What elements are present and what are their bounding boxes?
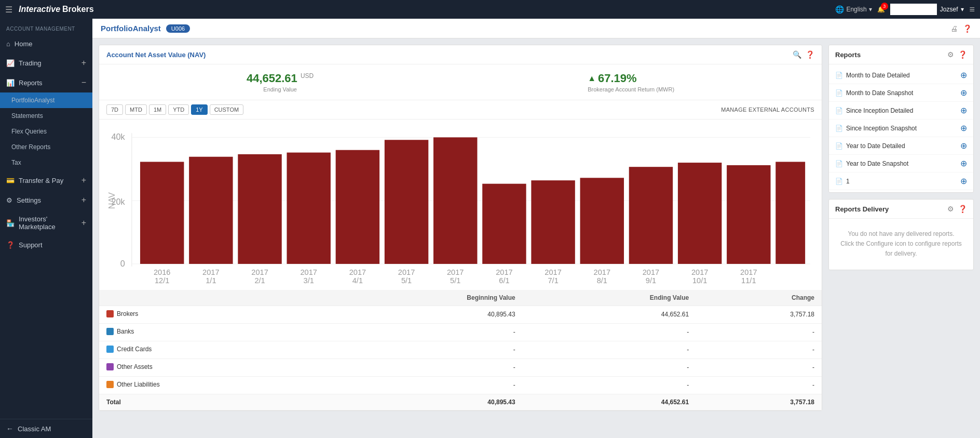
period-ytd[interactable]: YTD <box>168 104 189 115</box>
content-header-left: PortfolioAnalyst U006 <box>101 24 190 33</box>
sidebar-item-trading[interactable]: 📈 Trading + <box>0 53 92 73</box>
delivery-empty-line2: Click the Configure icon to configure re… <box>840 240 961 257</box>
other-assets-row-icon: Other Assets <box>106 363 153 370</box>
account-badge: U006 <box>166 24 190 33</box>
chevron-down-icon: ▾ <box>869 6 872 13</box>
total-label: Total <box>99 394 319 410</box>
sidebar-marketplace-label: Investors' Marketplace <box>19 215 81 231</box>
bar-9 <box>531 180 575 264</box>
return-percent: 67.19% <box>598 72 637 85</box>
svg-text:2017: 2017 <box>545 268 562 276</box>
period-7d[interactable]: 7D <box>106 104 123 115</box>
report-1-label: 1 <box>846 178 850 185</box>
help-icon[interactable]: ❓ <box>963 24 972 33</box>
period-1m[interactable]: 1M <box>149 104 166 115</box>
reports-icon: 📊 <box>6 79 15 87</box>
sidebar-item-tax[interactable]: Tax <box>0 155 92 170</box>
logo-interactive: Interactive <box>19 5 60 14</box>
nav-right: 🌐 English ▾ 🔔 3 Jozsef ▾ ≡ <box>835 4 975 15</box>
report-ytd-detailed-label: Year to Date Detailed <box>846 142 905 150</box>
banks-row-icon: Banks <box>106 328 134 335</box>
other-liab-change: - <box>696 376 822 394</box>
svg-text:5/1: 5/1 <box>401 276 412 285</box>
sidebar-section-label: ACCOUNT MANAGEMENT <box>0 19 92 35</box>
bar-2 <box>189 157 233 264</box>
sidebar-item-home-left: ⌂ Home <box>6 40 33 48</box>
banks-end: - <box>523 323 696 341</box>
logo-brokers: Brokers <box>62 5 93 14</box>
table-row: Credit Cards - - - <box>99 341 822 359</box>
svg-text:11/1: 11/1 <box>741 276 756 285</box>
report-item-ytd-detailed[interactable]: 📄 Year to Date Detailed ⊕ <box>829 137 973 155</box>
print-icon[interactable]: 🖨 <box>950 24 958 33</box>
manage-external-button[interactable]: MANAGE EXTERNAL ACCOUNTS <box>721 107 814 113</box>
search-icon[interactable]: 🔍 <box>793 50 801 59</box>
sidebar-item-transfer-pay[interactable]: 💳 Transfer & Pay + <box>0 170 92 190</box>
logo: InteractiveBrokers <box>19 5 94 14</box>
period-mtd[interactable]: MTD <box>125 104 147 115</box>
report-item-month-snapshot[interactable]: 📄 Month to Date Snapshot ⊕ <box>829 84 973 102</box>
language-selector[interactable]: 🌐 English ▾ <box>835 5 872 14</box>
credit-begin: - <box>319 341 523 359</box>
return-value: ▲ 67.19% <box>588 72 674 85</box>
report-arrow-icon: ⊕ <box>960 176 967 186</box>
data-table: Beginning Value Ending Value Change <box>99 290 822 410</box>
brokers-icon <box>106 310 114 317</box>
reports-help-icon[interactable]: ❓ <box>958 50 967 59</box>
sidebar-item-support[interactable]: ❓ Support <box>0 236 92 254</box>
other-reports-label: Other Reports <box>11 143 50 151</box>
delivery-card-title: Reports Delivery <box>835 205 889 213</box>
sidebar-item-settings[interactable]: ⚙ Settings + <box>0 190 92 210</box>
report-arrow-icon: ⊕ <box>960 158 967 168</box>
bar-6 <box>385 140 428 264</box>
period-custom[interactable]: CUSTOM <box>210 104 243 115</box>
sidebar-trading-left: 📈 Trading <box>6 59 42 67</box>
sidebar-item-other-reports[interactable]: Other Reports <box>0 139 92 155</box>
svg-text:2017: 2017 <box>594 268 611 276</box>
sidebar-item-portfolio-analyst[interactable]: PortfolioAnalyst <box>0 92 92 108</box>
nav-card-icons: 🔍 ❓ <box>793 50 814 59</box>
nav-card-header: Account Net Asset Value (NAV) 🔍 ❓ <box>99 45 822 64</box>
hamburger-icon[interactable]: ☰ <box>5 5 12 15</box>
nav-card-title: Account Net Asset Value (NAV) <box>106 51 206 59</box>
reports-settings-icon[interactable]: ⚙ <box>947 50 954 59</box>
delivery-settings-icon[interactable]: ⚙ <box>947 205 954 213</box>
report-item-1[interactable]: 📄 1 ⊕ <box>829 172 973 190</box>
credit-end: - <box>523 341 696 359</box>
report-item-month-detailed[interactable]: 📄 Month to Date Detailed ⊕ <box>829 67 973 84</box>
other-assets-icon <box>106 363 114 370</box>
classic-am-button[interactable]: ← Classic AM <box>0 419 92 438</box>
credit-change: - <box>696 341 822 359</box>
sidebar-home-label: Home <box>15 40 33 48</box>
report-item-inception-detailed[interactable]: 📄 Since Inception Detailed ⊕ <box>829 102 973 120</box>
menu-icon[interactable]: ≡ <box>969 4 975 15</box>
other-liab-row-icon: Other Liabilities <box>106 381 160 388</box>
page-title: PortfolioAnalyst <box>101 24 161 33</box>
account-input[interactable] <box>890 4 937 15</box>
svg-text:2017: 2017 <box>643 268 660 276</box>
reports-header-icons: ⚙ ❓ <box>947 50 967 59</box>
card-help-icon[interactable]: ❓ <box>806 50 814 59</box>
sidebar-item-flex-queries[interactable]: Flex Queries <box>0 124 92 139</box>
period-1y[interactable]: 1Y <box>191 104 207 115</box>
reports-list: 📄 Month to Date Detailed ⊕ 📄 Month to Da… <box>829 64 973 192</box>
notification-bell[interactable]: 🔔 3 <box>877 6 885 13</box>
svg-text:2017: 2017 <box>447 268 464 276</box>
left-panel: Account Net Asset Value (NAV) 🔍 ❓ 44,652… <box>99 45 822 432</box>
user-section[interactable]: Jozsef ▾ <box>890 4 964 15</box>
banks-begin: - <box>319 323 523 341</box>
sidebar-item-home[interactable]: ⌂ Home <box>0 35 92 53</box>
sidebar-item-reports[interactable]: 📊 Reports − <box>0 73 92 92</box>
up-arrow-icon: ▲ <box>588 74 596 83</box>
banks-cell: Banks <box>99 323 319 341</box>
sidebar-item-statements[interactable]: Statements <box>0 108 92 124</box>
brokers-end: 44,652.61 <box>523 306 696 323</box>
reports-card-title: Reports <box>835 51 861 59</box>
sidebar-reports-label: Reports <box>19 79 43 87</box>
report-item-inception-snapshot[interactable]: 📄 Since Inception Snapshot ⊕ <box>829 120 973 137</box>
report-item-ytd-snapshot[interactable]: 📄 Year to Date Snapshot ⊕ <box>829 155 973 172</box>
col-change-header: Change <box>696 290 822 306</box>
main-layout: ACCOUNT MANAGEMENT ⌂ Home 📈 Trading + 📊 … <box>0 19 980 438</box>
delivery-help-icon[interactable]: ❓ <box>958 205 967 213</box>
sidebar-item-marketplace[interactable]: 🏪 Investors' Marketplace + <box>0 210 92 236</box>
